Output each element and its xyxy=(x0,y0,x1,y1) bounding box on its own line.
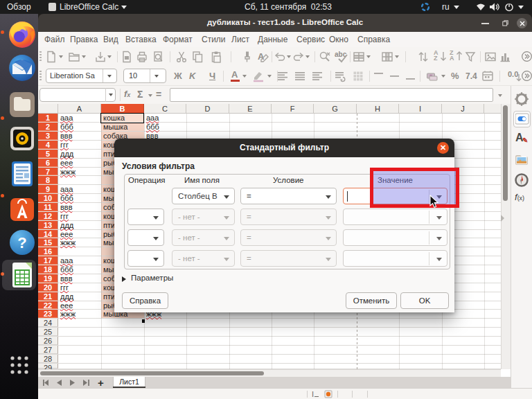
svg-text:?: ? xyxy=(17,234,26,251)
